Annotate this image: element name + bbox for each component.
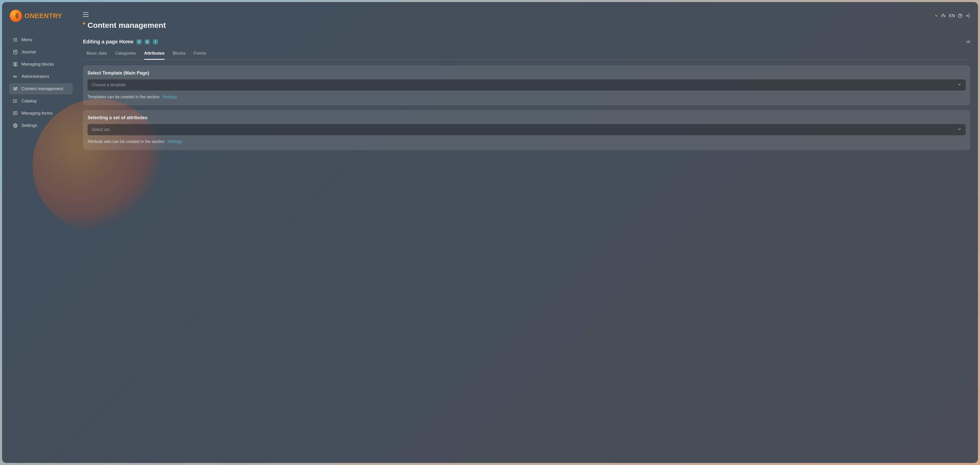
blocks-icon: [13, 62, 18, 67]
tab-categories[interactable]: Categories: [115, 48, 136, 60]
card-select-template: Select Template (Main Page) Choose a tem…: [83, 65, 970, 105]
tabs: Basic data Categories Attributes Blocks …: [83, 48, 970, 60]
logo[interactable]: ONEENTRY: [10, 10, 73, 22]
sidebar-item-journal[interactable]: Journal: [9, 46, 73, 58]
sidebar: ONEENTRY Menu Journal Managing blocks: [2, 2, 77, 463]
sidebar-item-label: Content management: [21, 86, 63, 91]
main-content: Content management EN: [77, 2, 978, 463]
card-select-attributes: Selecting a set of attributes Select set…: [83, 110, 970, 150]
status-dot-icon: [83, 22, 85, 24]
settings-link[interactable]: Settings: [167, 139, 182, 144]
template-select[interactable]: Choose a template: [88, 80, 966, 91]
svg-rect-7: [16, 62, 17, 66]
tab-basic-data[interactable]: Basic data: [86, 48, 107, 60]
hint-text: Templates can be created in the section: [88, 95, 159, 99]
chevron-down-icon: [958, 127, 962, 132]
key-icon: [13, 74, 18, 79]
select-placeholder: Choose a template: [92, 83, 126, 87]
select-placeholder: Select set: [92, 127, 110, 132]
topbar: Content management EN: [83, 12, 970, 30]
sidebar-item-catalog[interactable]: Catalog: [9, 96, 73, 107]
language-selector[interactable]: EN: [949, 13, 955, 18]
sidebar-item-menu[interactable]: Menu: [9, 34, 73, 45]
sidebar-item-content-management[interactable]: Content management: [9, 83, 73, 94]
card-title: Select Template (Main Page): [88, 70, 966, 76]
badge-v[interactable]: V: [137, 39, 142, 45]
sidebar-item-label: Journal: [21, 49, 36, 55]
svg-point-8: [14, 76, 15, 78]
tab-forms[interactable]: Forms: [194, 48, 206, 60]
sidebar-item-administrators[interactable]: Administrators: [9, 71, 73, 82]
tab-blocks[interactable]: Blocks: [173, 48, 186, 60]
badge-i[interactable]: I: [153, 39, 158, 45]
svg-point-28: [960, 17, 960, 17]
sidebar-nav: Menu Journal Managing blocks Administrat…: [9, 34, 73, 131]
page-title: Content management: [88, 21, 166, 30]
hint-text: Attribute sets can be created in the sec…: [88, 139, 165, 144]
menu-icon: [13, 37, 18, 42]
svg-rect-6: [14, 62, 15, 66]
svg-point-20: [14, 100, 14, 100]
attribute-set-select[interactable]: Select set: [88, 124, 966, 135]
svg-rect-23: [14, 111, 17, 115]
sidebar-item-label: Managing forms: [21, 111, 52, 116]
forms-icon: [13, 111, 18, 116]
sliders-icon: [13, 86, 18, 91]
attributes-hint: Attribute sets can be created in the sec…: [88, 139, 966, 144]
logout-icon[interactable]: [965, 13, 970, 18]
hamburger-button[interactable]: [83, 12, 89, 17]
svg-point-21: [14, 101, 14, 101]
integrations-icon[interactable]: [941, 13, 946, 18]
sidebar-item-label: Menu: [21, 37, 32, 42]
page-id: #6: [966, 40, 970, 44]
help-icon[interactable]: [958, 13, 963, 18]
chevron-down-icon: [958, 83, 962, 88]
sidebar-item-managing-forms[interactable]: Managing forms: [9, 108, 73, 119]
badge-s[interactable]: S: [145, 39, 150, 45]
tab-attributes[interactable]: Attributes: [144, 48, 165, 60]
svg-point-26: [15, 125, 16, 126]
subheader: Editing a page Home V S I #6: [83, 39, 970, 45]
svg-point-22: [14, 102, 14, 103]
sidebar-item-label: Managing blocks: [21, 62, 54, 67]
list-icon: [13, 99, 18, 104]
sidebar-item-label: Catalog: [21, 99, 37, 104]
logo-text: ONEENTRY: [24, 12, 62, 20]
card-title: Selecting a set of attributes: [88, 115, 966, 121]
theme-toggle[interactable]: [934, 13, 939, 18]
sidebar-item-settings[interactable]: Settings: [9, 120, 73, 131]
gear-icon: [13, 123, 18, 128]
subheader-title: Editing a page Home: [83, 39, 134, 45]
template-hint: Templates can be created in the section …: [88, 95, 966, 99]
journal-icon: [13, 49, 18, 55]
sidebar-item-label: Administrators: [21, 74, 49, 79]
settings-link[interactable]: Settings: [162, 95, 177, 99]
sidebar-item-managing-blocks[interactable]: Managing blocks: [9, 59, 73, 70]
sidebar-item-label: Settings: [21, 123, 37, 128]
logo-mark-icon: [10, 10, 22, 22]
